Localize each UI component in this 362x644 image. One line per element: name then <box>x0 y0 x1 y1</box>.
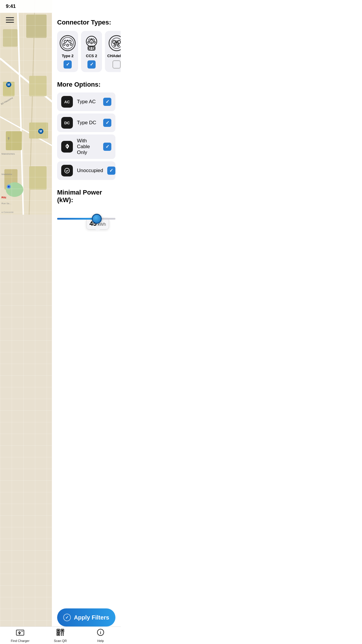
svg-line-2 <box>0 117 52 146</box>
unoccupied-checkbox[interactable]: ✓ <box>107 167 115 175</box>
svg-point-31 <box>63 43 65 46</box>
hamburger-menu[interactable] <box>6 16 14 24</box>
svg-point-56 <box>19 632 20 633</box>
svg-point-41 <box>91 38 92 40</box>
ccs2-icon <box>83 35 100 51</box>
option-rows: AC Type AC ✓ DC Type DC ✓ <box>57 92 115 180</box>
status-bar: 9:41 <box>0 0 121 13</box>
dc-checkbox[interactable]: ✓ <box>103 119 111 127</box>
apply-check-circle: ✓ <box>63 614 71 621</box>
find-charger-label: Find Charger <box>11 639 29 643</box>
map-background: M M ✝ Bd Haussma Malesherbes Madeleine R… <box>0 0 52 644</box>
svg-point-36 <box>89 39 91 41</box>
svg-point-54 <box>65 168 70 173</box>
svg-rect-61 <box>61 630 63 631</box>
option-type-dc[interactable]: DC Type DC ✓ <box>57 113 115 132</box>
status-time: 9:41 <box>6 4 16 9</box>
connector-type2[interactable]: Type 2 ✓ <box>57 31 78 72</box>
more-options-title: More Options: <box>57 81 115 88</box>
svg-point-32 <box>67 44 69 46</box>
svg-rect-7 <box>3 82 15 96</box>
svg-rect-11 <box>4 169 17 190</box>
svg-point-26 <box>8 186 10 188</box>
svg-point-48 <box>117 41 121 44</box>
svg-text:a Concorde: a Concorde <box>1 211 14 214</box>
ac-checkbox[interactable]: ✓ <box>103 98 111 106</box>
connector-types-title: Connector Types: <box>57 19 115 26</box>
unoccupied-badge <box>61 165 73 176</box>
svg-point-16 <box>38 129 43 134</box>
type2-icon <box>59 35 76 51</box>
svg-point-37 <box>92 39 94 41</box>
ccs2-label: CCS 2 <box>86 54 97 58</box>
slider-track-fill <box>57 218 97 220</box>
svg-point-27 <box>60 36 75 51</box>
svg-text:Bd Haussma: Bd Haussma <box>1 97 14 106</box>
svg-rect-64 <box>61 633 62 634</box>
svg-rect-12 <box>29 166 47 190</box>
slider-container: 45 kWh <box>57 218 115 225</box>
svg-text:M: M <box>8 83 10 86</box>
svg-point-13 <box>6 182 23 197</box>
svg-point-34 <box>67 40 68 41</box>
slider-track[interactable] <box>57 218 115 220</box>
cable-checkbox[interactable]: ✓ <box>103 143 111 151</box>
option-unoccupied[interactable]: Unoccupied ✓ <box>57 161 115 180</box>
power-title: Minimal Power (kW): <box>57 189 115 204</box>
svg-rect-66 <box>61 634 62 636</box>
option-cable-only[interactable]: With Cable Only ✓ <box>57 134 115 159</box>
svg-rect-0 <box>0 0 52 215</box>
svg-point-49 <box>114 45 116 46</box>
ac-badge-text: AC <box>64 100 70 104</box>
svg-text:Madeleine: Madeleine <box>1 173 12 176</box>
checkmark-circle-icon <box>64 167 70 174</box>
svg-point-29 <box>64 40 66 43</box>
dc-badge-text: DC <box>64 121 70 125</box>
find-charger-icon <box>16 629 24 638</box>
svg-rect-57 <box>21 631 23 632</box>
svg-point-33 <box>70 43 72 46</box>
svg-text:Rue Sa...: Rue Sa... <box>1 202 11 205</box>
svg-line-3 <box>17 0 23 215</box>
svg-rect-5 <box>3 29 17 47</box>
slider-thumb[interactable] <box>92 214 102 224</box>
cable-badge <box>61 141 73 153</box>
type2-label: Type 2 <box>62 54 73 58</box>
svg-rect-59 <box>57 630 59 631</box>
scan-qr-icon <box>56 629 64 638</box>
cable-label: With Cable Only <box>77 138 99 155</box>
svg-point-38 <box>88 41 89 43</box>
svg-rect-65 <box>63 633 64 634</box>
svg-point-50 <box>117 45 119 46</box>
connector-ccs2[interactable]: CCS 2 ✓ <box>81 31 102 72</box>
nav-help[interactable]: i Help <box>80 629 121 643</box>
svg-text:i: i <box>100 630 101 635</box>
svg-text:Ritz: Ritz <box>1 196 6 199</box>
dc-badge: DC <box>61 117 73 129</box>
help-label: Help <box>97 639 104 643</box>
type2-checkbox[interactable]: ✓ <box>64 60 72 69</box>
chademo-checkbox[interactable] <box>113 60 121 69</box>
svg-rect-10 <box>29 123 48 139</box>
scan-qr-label: Scan QR <box>54 639 67 643</box>
svg-line-1 <box>0 58 52 102</box>
nav-scan-qr[interactable]: Scan QR <box>40 629 80 643</box>
bottom-nav: Find Charger Scan QR i <box>0 626 121 644</box>
svg-text:M: M <box>40 130 42 133</box>
connector-chademo[interactable]: CHAdeMO <box>105 31 121 72</box>
chademo-icon <box>108 35 121 51</box>
nav-find-charger[interactable]: Find Charger <box>0 629 40 643</box>
svg-point-44 <box>92 47 94 49</box>
option-type-ac[interactable]: AC Type AC ✓ <box>57 92 115 111</box>
ac-badge: AC <box>61 96 73 108</box>
svg-point-40 <box>94 41 95 43</box>
svg-line-4 <box>29 0 35 215</box>
apply-filters-wrap: ✓ Apply Filters <box>52 608 121 626</box>
svg-rect-67 <box>63 634 64 636</box>
apply-filters-button[interactable]: ✓ Apply Filters <box>57 608 115 626</box>
ac-label: Type AC <box>77 99 99 105</box>
svg-point-14 <box>6 82 11 87</box>
ccs2-checkbox[interactable]: ✓ <box>87 60 96 69</box>
plug-icon <box>64 144 70 150</box>
unoccupied-label: Unoccupied <box>77 168 103 174</box>
